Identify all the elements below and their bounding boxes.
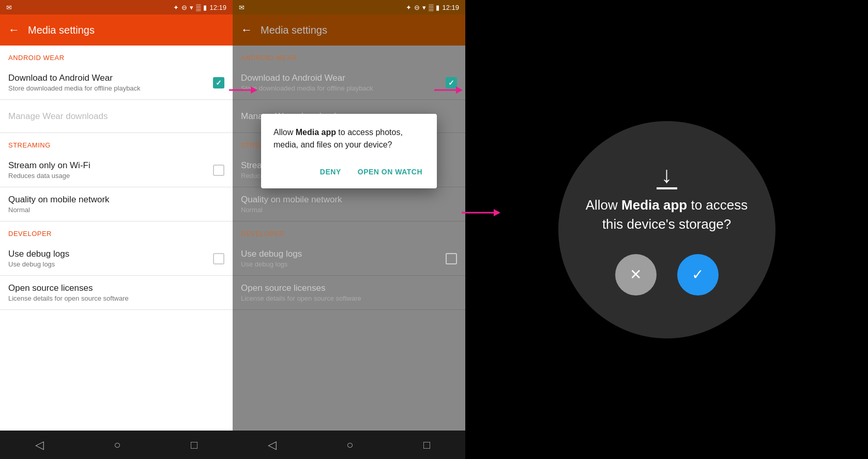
back-button-1[interactable]: ← xyxy=(8,23,20,37)
dialog-buttons: DENY OPEN ON WATCH xyxy=(273,164,424,180)
section-header-developer-1: DEVELOPER xyxy=(0,221,233,242)
setting-download-subtitle-1: Store downloaded media for offline playb… xyxy=(8,84,213,92)
setting-licenses-1[interactable]: Open source licenses License details for… xyxy=(0,276,233,310)
arrow-1-svg xyxy=(229,84,257,96)
setting-download-title-1: Download to Android Wear xyxy=(8,73,213,83)
watch-deny-icon: ✕ xyxy=(630,266,642,283)
battery-icon: ▮ xyxy=(203,4,207,11)
settings-content-1: ANDROID WEAR Download to Android Wear St… xyxy=(0,46,233,431)
watch-allow-icon: ✓ xyxy=(692,266,704,283)
status-bar-1: ✉ ✦ ⊖ ▾ ▒ ▮ 12:19 xyxy=(0,0,233,14)
setting-debug-subtitle-1: Use debug logs xyxy=(8,260,213,268)
toolbar-title-1: Media settings xyxy=(28,24,95,36)
setting-manage-wear-1: Manage Wear downloads xyxy=(0,100,233,133)
nav-recent-1[interactable]: □ xyxy=(191,438,197,452)
nav-back-1[interactable]: ◁ xyxy=(35,438,44,452)
checkbox-debug-1[interactable] xyxy=(213,253,224,264)
watch-allow-button[interactable]: ✓ xyxy=(677,254,719,295)
signal-icon: ▒ xyxy=(196,4,201,11)
time-display-1: 12:19 xyxy=(209,4,226,11)
setting-licenses-title-1: Open source licenses xyxy=(8,283,224,293)
svg-marker-1 xyxy=(251,86,257,94)
setting-licenses-text-1: Open source licenses License details for… xyxy=(8,283,224,302)
watch-circle: ↓ Allow Media app to access this device'… xyxy=(558,121,775,338)
setting-wifi-title-1: Stream only on Wi-Fi xyxy=(8,160,213,171)
gmail-icon: ✉ xyxy=(6,4,12,11)
deny-button[interactable]: DENY xyxy=(318,164,343,180)
checkbox-download-wear-1[interactable] xyxy=(213,77,224,88)
watch-buttons: ✕ ✓ xyxy=(615,254,719,295)
watch-deny-button[interactable]: ✕ xyxy=(615,254,657,295)
arrow-2-svg xyxy=(462,207,500,218)
setting-manage-text-1: Manage Wear downloads xyxy=(8,111,224,122)
svg-marker-3 xyxy=(456,86,463,94)
open-on-watch-button[interactable]: OPEN ON WATCH xyxy=(356,164,424,180)
phone-screen-1: ✉ ✦ ⊖ ▾ ▒ ▮ 12:19 ← Media settings ANDRO… xyxy=(0,0,233,459)
setting-quality-title-1: Quality on mobile network xyxy=(8,195,224,205)
nav-bar-1: ◁ ○ □ xyxy=(0,431,233,459)
setting-download-android-wear-1[interactable]: Download to Android Wear Store downloade… xyxy=(0,66,233,100)
watch-prompt-text: Allow Media app to access this device's … xyxy=(558,196,775,233)
setting-debug-text-1: Use debug logs Use debug logs xyxy=(8,249,213,268)
arrow-2-container xyxy=(462,207,500,218)
svg-marker-5 xyxy=(494,209,500,216)
arrow-checkbox-svg xyxy=(434,84,463,96)
download-icon: ↓ xyxy=(657,164,677,189)
wifi-icon: ▾ xyxy=(190,4,193,11)
setting-debug-title-1: Use debug logs xyxy=(8,249,213,259)
watch-app-name: Media app xyxy=(621,197,687,213)
status-bar-left-1: ✉ xyxy=(6,4,12,11)
setting-download-text-1: Download to Android Wear Store downloade… xyxy=(8,73,213,92)
section-header-android-wear-1: ANDROID WEAR xyxy=(0,46,233,66)
dialog-text: Allow Media app to access photos, media,… xyxy=(273,126,424,151)
setting-wifi-text-1: Stream only on Wi-Fi Reduces data usage xyxy=(8,160,213,180)
setting-quality-text-1: Quality on mobile network Normal xyxy=(8,195,224,214)
phone-screen-2: ✉ ✦ ⊖ ▾ ▒ ▮ 12:19 ← Media settings ANDRO… xyxy=(233,0,465,459)
circle-icon: ⊖ xyxy=(181,4,187,11)
setting-debug-logs-1[interactable]: Use debug logs Use debug logs xyxy=(0,242,233,276)
setting-quality-1[interactable]: Quality on mobile network Normal xyxy=(0,187,233,221)
arrow-checkbox-indicator xyxy=(434,84,463,98)
setting-quality-subtitle-1: Normal xyxy=(8,206,224,214)
checkbox-wifi-1[interactable] xyxy=(213,165,224,176)
dialog-overlay: Allow Media app to access photos, media,… xyxy=(233,0,465,459)
setting-wifi-only-1[interactable]: Stream only on Wi-Fi Reduces data usage xyxy=(0,153,233,187)
nav-home-1[interactable]: ○ xyxy=(114,438,120,452)
watch-area: ↓ Allow Media app to access this device'… xyxy=(465,0,868,459)
setting-wifi-subtitle-1: Reduces data usage xyxy=(8,172,213,180)
download-line-icon xyxy=(657,187,677,189)
status-bar-right-1: ✦ ⊖ ▾ ▒ ▮ 12:19 xyxy=(173,4,226,11)
setting-licenses-subtitle-1: License details for open source software xyxy=(8,294,224,302)
arrow-1-container xyxy=(229,84,257,96)
setting-manage-title-1: Manage Wear downloads xyxy=(8,111,224,122)
phone-screen-2-container: ✉ ✦ ⊖ ▾ ▒ ▮ 12:19 ← Media settings ANDRO… xyxy=(233,0,465,459)
toolbar-1: ← Media settings xyxy=(0,14,233,46)
permission-dialog: Allow Media app to access photos, media,… xyxy=(261,114,437,188)
section-header-streaming-1: STREAMING xyxy=(0,133,233,153)
download-arrow-icon: ↓ xyxy=(661,164,673,186)
dialog-app-name: Media app xyxy=(296,128,336,137)
bluetooth-icon: ✦ xyxy=(173,4,179,11)
